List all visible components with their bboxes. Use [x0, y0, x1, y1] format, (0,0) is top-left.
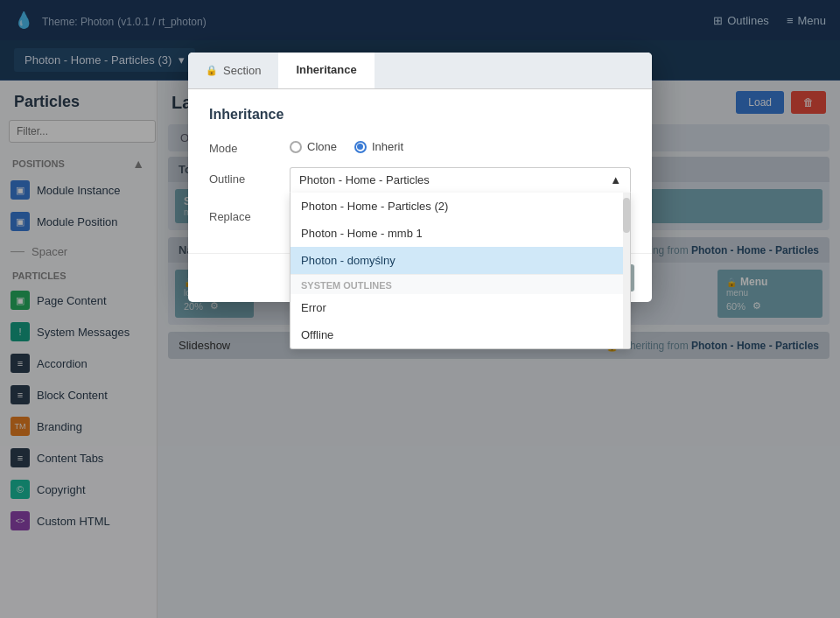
dropdown-item-error[interactable]: Error	[290, 294, 630, 321]
mode-control: Clone Inherit	[290, 137, 631, 153]
tab-inheritance[interactable]: Inheritance	[278, 53, 374, 88]
modal-title: Inheritance	[209, 107, 631, 123]
clone-radio-circle	[290, 141, 302, 153]
replace-label: Replace	[209, 205, 279, 223]
scrollbar-thumb[interactable]	[623, 198, 630, 233]
outline-dropdown: Photon - Home - Particles (2) Photon - H…	[290, 193, 631, 349]
outline-select-input[interactable]: Photon - Home - Particles ▲	[290, 167, 631, 193]
dropdown-item-2[interactable]: Photon - domyślny	[290, 247, 630, 274]
lock-icon: 🔒	[206, 65, 218, 76]
dropdown-item-offline[interactable]: Offline	[290, 321, 630, 348]
outline-selected-value: Photon - Home - Particles	[299, 173, 430, 186]
modal-tabs: 🔒 Section Inheritance	[188, 53, 652, 89]
inherit-radio-circle	[354, 141, 367, 153]
radio-group: Clone Inherit	[290, 137, 631, 153]
outline-select-wrapper: Photon - Home - Particles ▲ Photon - Hom…	[290, 167, 631, 193]
scrollbar-track[interactable]	[623, 193, 630, 348]
tab-section[interactable]: 🔒 Section	[188, 53, 278, 88]
outline-row: Outline Photon - Home - Particles ▲ Phot…	[209, 167, 631, 193]
inherit-radio[interactable]: Inherit	[354, 140, 403, 153]
dropdown-item-1[interactable]: Photon - Home - mmb 1	[290, 220, 630, 247]
mode-row: Mode Clone Inherit	[209, 137, 631, 155]
system-outlines-divider: SYSTEM OUTLINES	[290, 274, 630, 294]
dropdown-item-0[interactable]: Photon - Home - Particles (2)	[290, 193, 630, 220]
outline-control: Photon - Home - Particles ▲ Photon - Hom…	[290, 167, 631, 193]
chevron-up-icon: ▲	[610, 173, 621, 186]
modal-overlay: 🔒 Section Inheritance Inheritance Mode C…	[0, 0, 840, 618]
clone-radio[interactable]: Clone	[290, 140, 337, 153]
modal-body: Inheritance Mode Clone Inherit	[188, 89, 652, 253]
mode-label: Mode	[209, 137, 279, 155]
inheritance-modal: 🔒 Section Inheritance Inheritance Mode C…	[188, 53, 652, 302]
outline-label: Outline	[209, 167, 279, 186]
